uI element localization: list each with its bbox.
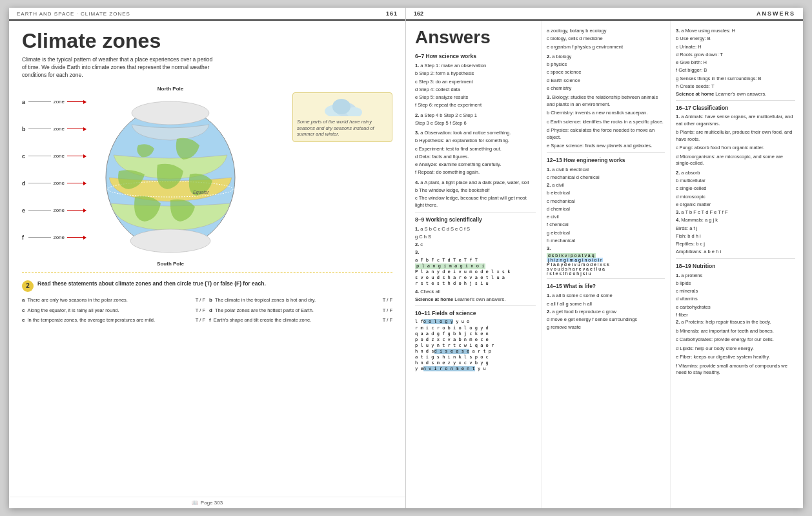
svg-point-8 — [332, 99, 350, 114]
right-page: 162 ANSWERS Answers 6–7 How science work… — [406, 8, 803, 508]
ans-block-2: 2. a Step 4 b Step 2 c Step 1 Step 3 e S… — [415, 112, 536, 127]
c2-2e: e chemistry — [547, 85, 665, 92]
tf-b-value: T / F — [383, 297, 392, 303]
divider-2 — [415, 305, 536, 306]
class-1c: c Fungi: absorb food from organic matter… — [676, 145, 795, 152]
eng-1: 1. a civil b electrical — [547, 166, 665, 173]
zone-labels: a zone b zone — [22, 86, 86, 267]
c3-3b: b Use energy: B — [676, 35, 795, 42]
ans-3e: e Analyze: examine something carefully. — [415, 161, 536, 168]
ans-1a: 1. a Step 1: make an observation — [415, 62, 536, 69]
tf-item-c: c Along the equator, it is rainy all yea… — [22, 307, 205, 314]
ans-w1b: g C h S — [415, 233, 536, 240]
divider-5 — [676, 100, 795, 101]
chapter-title: Climate zones — [22, 30, 392, 52]
tf-a-value: T / F — [196, 297, 205, 303]
nutr-2e: e Fiber: keeps our digestive system heal… — [676, 354, 795, 361]
section-divider-1 — [22, 272, 392, 273]
divider-3 — [547, 152, 665, 153]
c2-3e: e Space science: finds new planets and g… — [547, 143, 665, 150]
col3-nutrition: 1. a proteins b lipids c minerals d vita… — [676, 272, 795, 377]
nutr-1f: f fiber — [676, 311, 795, 318]
eng-2d: d chemical — [547, 205, 665, 212]
nutr-2a: 2. a Proteins: help repair tissues in th… — [676, 319, 795, 326]
tf-f-value: T / F — [383, 317, 392, 323]
zone-c-letter: c — [22, 153, 26, 160]
nutr-2c: c Carbohydrates: provide energy for our … — [676, 336, 795, 344]
c3-3a: 3. a Move using muscles: H — [676, 27, 795, 34]
eng-2f: f chemical — [547, 221, 665, 228]
c2-2c: c space science — [547, 68, 665, 76]
c2-3a: 3. Biology: studies the relationship bet… — [547, 94, 665, 108]
tf-c-value: T / F — [196, 307, 205, 313]
left-content: Climate zones Climate is the typical pat… — [9, 21, 405, 497]
col2-eng: 1. a civil b electrical c mechanical d c… — [547, 166, 665, 276]
svg-text:Equator: Equator — [193, 190, 209, 195]
answers-column-2: a zoology, botany b ecology c biology, c… — [542, 21, 671, 508]
tf-e-letter: e — [22, 317, 25, 323]
c2-3d: d Physics: calculates the force needed t… — [547, 127, 665, 141]
zone-b-letter: b — [22, 126, 26, 132]
col3-class: 1. a Animals: have sense organs, are mul… — [676, 114, 795, 255]
right-section-title: ANSWERS — [756, 10, 795, 17]
ans-3f: f Repeat: do something again. — [415, 169, 536, 176]
ans-working-1: 1. a S b C c C d S e C f S g C h S 2. c … — [415, 225, 536, 304]
c3-3c: c Urinate: H — [676, 43, 795, 50]
class-1a: 1. a Animals: have sense organs, are mul… — [676, 114, 795, 127]
col2-q2: 2. a biology b physics c space science d… — [547, 53, 665, 92]
ans-1c: c Step 3: do an experiment — [415, 78, 536, 85]
eng-2e: e civil — [547, 213, 665, 220]
class-3: 3. a T b F c T d F e T f F — [676, 209, 795, 216]
class-2d: d microscopic — [676, 193, 795, 200]
fields-word-grid: l fo o l o g y y u o r m i c r o b i o l… — [415, 319, 536, 372]
cloud-icon — [323, 97, 362, 116]
ans-w4: 4. Check all — [415, 288, 536, 295]
ans-3a: 3. a Observation: look and notice someth… — [415, 129, 536, 136]
nutr-1d: d vitamins — [676, 295, 795, 302]
c2-1e: e organism f physics g environment — [547, 43, 665, 50]
ans-1d: d Step 4: collect data — [415, 86, 536, 93]
right-page-number: 162 — [414, 10, 423, 17]
c2-2b: b physics — [547, 61, 665, 68]
c2-1b: c biology, cells d medicine — [547, 35, 665, 42]
c3-3d: d Roots grow down: T — [676, 51, 795, 58]
section-nutrition: 18–19 Nutrition — [676, 263, 795, 269]
section-working-scientifically: 8–9 Working scientifically — [415, 216, 536, 223]
c2-1a: a zoology, botany b ecology — [547, 27, 665, 34]
tf-e-text: In the temperate zones, the average temp… — [27, 317, 192, 324]
class-2e: e organic matter — [676, 201, 795, 208]
eng-2g: g electrical — [547, 229, 665, 236]
tf-item-a: a There are only two seasons in the pola… — [22, 297, 205, 304]
north-pole-label: North Pole — [157, 86, 183, 92]
class-2a: 2. a absorb — [676, 169, 795, 176]
question-2-block: 2 Read these statements about climate zo… — [22, 280, 392, 292]
ans-1e: e Step 5: analyze results — [415, 94, 536, 101]
tf-c-letter: c — [22, 307, 25, 313]
tf-d-value: T / F — [383, 307, 392, 313]
intro-text: Climate is the typical pattern of weathe… — [22, 56, 216, 79]
ans-block-4: 4. a A plant, a light place and a dark p… — [415, 179, 536, 209]
tf-b-letter: b — [209, 297, 212, 303]
ans-4a: 4. a A plant, a light place and a dark p… — [415, 179, 536, 186]
eng-2c: c mechanical — [547, 198, 665, 205]
ans-1b: b Step 2: form a hypothesis — [415, 70, 536, 77]
eng-color-boxes: d s b i k v i p o a t v a q j h i z n g … — [547, 253, 665, 276]
life-2a: 2. a get food b reproduce c grow — [547, 308, 665, 315]
tf-item-b: b The climate in the tropical zones is h… — [209, 297, 392, 304]
globe-svg: Equator — [99, 94, 241, 262]
cloud-note-text: Some parts of the world have rainy seaso… — [297, 119, 388, 138]
tf-f-letter: f — [209, 317, 211, 323]
tf-e-value: T / F — [196, 317, 205, 323]
class-1b: b Plants: are multicellular, produce the… — [676, 129, 795, 143]
right-content: Answers 6–7 How science works 1. a Step … — [406, 21, 803, 508]
ans-science-home: Science at home Learner's own answers. — [415, 296, 536, 303]
ans-w3: 3. — [415, 249, 536, 256]
c2-2d: d Earth science — [547, 77, 665, 84]
eng-3: 3. — [547, 245, 665, 252]
zone-a-letter: a — [22, 99, 26, 105]
eng-2a: 2. a civil — [547, 181, 665, 189]
section-fields-science: 10–11 Fields of science — [415, 310, 536, 316]
c3-science-home: Science at home Learner's own answers. — [676, 90, 795, 98]
class-4amphibians: Amphibians: a b e h i — [676, 248, 795, 255]
col2-life: 1. a all b some c some d some e all f al… — [547, 292, 665, 331]
